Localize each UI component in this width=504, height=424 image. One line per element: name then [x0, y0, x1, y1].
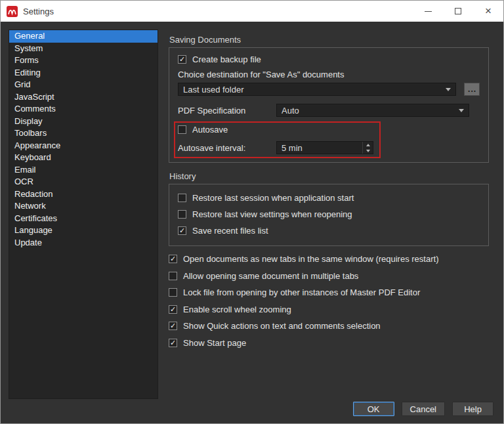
- checkbox-unchecked-icon[interactable]: [169, 272, 177, 280]
- checkbox-label: Show Quick actions on text and comments …: [183, 321, 381, 331]
- sidebar-item-system[interactable]: System: [9, 43, 158, 55]
- autosave-interval-label: Autosave interval:: [178, 143, 276, 153]
- save-as-destination-row: Last used folder ...: [178, 83, 480, 96]
- sidebar-item-comments[interactable]: Comments: [9, 103, 158, 116]
- sidebar-item-editing[interactable]: Editing: [9, 67, 158, 79]
- spin-up-button[interactable]: [363, 142, 373, 148]
- help-button[interactable]: Help: [452, 402, 494, 416]
- pdf-specification-row: PDF Specification Auto: [178, 104, 480, 117]
- checkbox-row[interactable]: Restore last session when application st…: [178, 193, 480, 203]
- checkbox-label: Restore last session when application st…: [192, 193, 354, 203]
- sidebar-item-network[interactable]: Network: [9, 200, 158, 213]
- saving-documents-group: Saving Documents ✓Create backup file Cho…: [169, 35, 489, 163]
- checkbox-label: Save recent files list: [192, 226, 268, 236]
- maximize-button[interactable]: [443, 1, 473, 22]
- spin-down-button[interactable]: [363, 148, 373, 154]
- autosave-interval-value: 5 min: [282, 143, 303, 153]
- spinner-buttons: [362, 142, 373, 154]
- create-backup-checkbox-row[interactable]: ✓Create backup file: [178, 54, 480, 64]
- window-controls: ×: [413, 1, 503, 22]
- sidebar-item-grid[interactable]: Grid: [9, 79, 158, 91]
- pdf-specification-value: Auto: [282, 106, 299, 116]
- checkbox-label: Allow opening same document in multiple …: [183, 271, 358, 281]
- sidebar-item-redaction[interactable]: Redaction: [9, 188, 158, 201]
- sidebar-item-forms[interactable]: Forms: [9, 54, 158, 67]
- sidebar-item-certificates[interactable]: Certificates: [9, 213, 158, 225]
- group-title-saving-documents: Saving Documents: [169, 35, 489, 45]
- minimize-button[interactable]: [413, 1, 443, 22]
- checkbox-checked-icon[interactable]: ✓: [169, 305, 177, 314]
- triangle-up-icon: [366, 144, 370, 146]
- sidebar-item-keyboard[interactable]: Keyboard: [9, 152, 158, 164]
- history-box: Restore last session when application st…: [169, 184, 489, 246]
- saving-documents-box: ✓Create backup file Choice destination f…: [169, 47, 489, 163]
- checkbox-label: Enable scroll wheel zooming: [183, 305, 291, 314]
- checkbox-checked-icon[interactable]: ✓: [178, 55, 186, 64]
- autosave-interval-row: Autosave interval: 5 min: [178, 141, 480, 154]
- general-options-list: ✓Open documents as new tabs in the same …: [169, 254, 489, 348]
- checkbox-checked-icon[interactable]: ✓: [169, 322, 177, 330]
- dialog-footer: OK Cancel Help: [353, 402, 494, 416]
- browse-button[interactable]: ...: [464, 83, 480, 96]
- checkbox-label: Create backup file: [192, 54, 261, 64]
- checkbox-row[interactable]: ✓Enable scroll wheel zooming: [169, 305, 489, 314]
- checkbox-row[interactable]: ✓Show Start page: [169, 338, 489, 348]
- checkbox-label: Lock file from opening by other instance…: [183, 287, 420, 297]
- save-as-destination-label: Choice destination for "Save As" documen…: [178, 70, 480, 79]
- triangle-down-icon: [366, 150, 370, 152]
- checkbox-unchecked-icon[interactable]: [178, 194, 186, 202]
- autosave-interval-spinbox[interactable]: 5 min: [276, 141, 373, 154]
- settings-content: Saving Documents ✓Create backup file Cho…: [169, 35, 489, 348]
- sidebar-item-javascript[interactable]: JavaScript: [9, 91, 158, 104]
- sidebar-item-display[interactable]: Display: [9, 116, 158, 128]
- checkbox-row[interactable]: ✓Save recent files list: [178, 226, 480, 236]
- close-button[interactable]: ×: [473, 1, 503, 22]
- sidebar-item-ocr[interactable]: OCR: [9, 176, 158, 188]
- checkbox-checked-icon[interactable]: ✓: [169, 255, 177, 263]
- checkbox-label: Restore last view settings when reopenin…: [192, 209, 352, 219]
- maximize-icon: [455, 8, 461, 14]
- checkbox-label: Show Start page: [183, 338, 246, 348]
- close-icon: ×: [485, 8, 492, 14]
- cancel-button[interactable]: Cancel: [402, 402, 445, 416]
- ok-button[interactable]: OK: [353, 402, 394, 416]
- autosave-section: Autosave Autosave interval: 5 min: [178, 125, 480, 154]
- sidebar-list: GeneralSystemFormsEditingGridJavaScriptC…: [9, 30, 158, 399]
- checkbox-label: Open documents as new tabs in the same w…: [183, 254, 438, 264]
- sidebar-item-email[interactable]: Email: [9, 164, 158, 177]
- checkbox-label: Autosave: [192, 125, 228, 135]
- save-as-destination-dropdown[interactable]: Last used folder: [178, 83, 456, 96]
- titlebar: Settings ×: [1, 1, 503, 22]
- dialog-body: GeneralSystemFormsEditingGridJavaScriptC…: [1, 22, 503, 423]
- autosave-checkbox-row[interactable]: Autosave: [178, 125, 480, 135]
- pdf-specification-dropdown[interactable]: Auto: [276, 104, 469, 117]
- settings-window: Settings × GeneralSystemFormsEditingGrid…: [0, 0, 504, 424]
- checkbox-checked-icon[interactable]: ✓: [178, 226, 186, 235]
- sidebar-item-language[interactable]: Language: [9, 224, 158, 237]
- checkbox-unchecked-icon[interactable]: [178, 210, 186, 219]
- window-title: Settings: [23, 7, 413, 16]
- sidebar-item-update[interactable]: Update: [9, 237, 158, 249]
- sidebar-item-toolbars[interactable]: Toolbars: [9, 127, 158, 140]
- checkbox-row[interactable]: ✓Open documents as new tabs in the same …: [169, 254, 489, 264]
- sidebar-item-appearance[interactable]: Appearance: [9, 140, 158, 152]
- checkbox-unchecked-icon[interactable]: [178, 125, 186, 134]
- chevron-down-icon: [446, 88, 451, 91]
- group-title-history: History: [169, 171, 489, 181]
- checkbox-row[interactable]: ✓Show Quick actions on text and comments…: [169, 321, 489, 331]
- chevron-down-icon: [459, 109, 464, 112]
- save-as-destination-value: Last used folder: [183, 85, 244, 95]
- checkbox-row[interactable]: Allow opening same document in multiple …: [169, 271, 489, 281]
- checkbox-checked-icon[interactable]: ✓: [169, 339, 177, 347]
- minimize-icon: [425, 11, 432, 12]
- checkbox-row[interactable]: Lock file from opening by other instance…: [169, 287, 489, 297]
- pdf-specification-label: PDF Specification: [178, 106, 276, 116]
- checkbox-unchecked-icon[interactable]: [169, 288, 177, 297]
- history-group: History Restore last session when applic…: [169, 171, 489, 246]
- checkbox-row[interactable]: Restore last view settings when reopenin…: [178, 209, 480, 219]
- app-logo-icon: [7, 6, 18, 17]
- sidebar-item-general[interactable]: General: [9, 30, 158, 43]
